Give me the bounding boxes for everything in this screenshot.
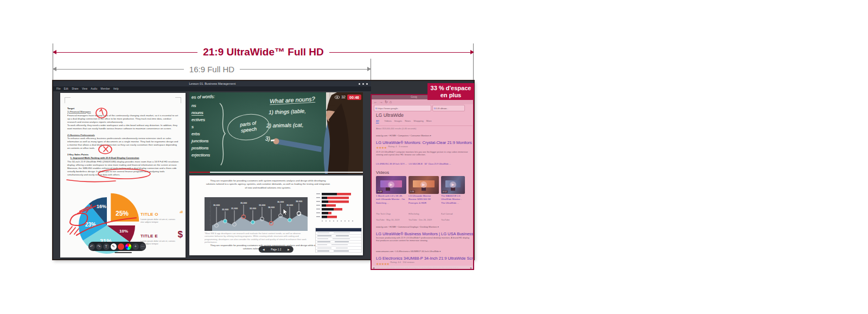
video-channel: Karl Conrad [441,212,465,215]
tab-shopping[interactable]: Shopping [413,120,424,122]
document-page[interactable]: Target 1) Financial Managers Financial m… [60,93,186,258]
tab-images[interactable]: Images [394,120,402,122]
annotation-toolbar[interactable]: ↶ ↷ T ✎ + ⋯ [88,242,146,251]
forward-icon[interactable]: → [379,100,383,104]
board-list-item: junctions [192,139,209,143]
browser-window[interactable]: Goog ← → ↻ ⌂ G https://www.google.. G LG… [371,94,474,270]
play-icon[interactable]: ▶ [420,181,427,188]
videos-section-header: Videos [376,170,473,175]
result-breadcrumb: www.amazon.com › LG-Electronics-34UM88-P… [376,250,473,253]
tab-all[interactable]: All [376,120,379,123]
video-title[interactable]: 1 Month with LG's 5K 49-inch Ultrawide M… [376,194,406,204]
video-title[interactable]: LG Ultrawide Monitor Review 34WL500 W/ F… [409,194,439,204]
menu-view[interactable]: View [82,87,87,90]
window-control-icon[interactable] [359,83,360,85]
video-thumbnail[interactable]: ▶ 6:52 [441,176,465,194]
back-icon[interactable]: ← [374,100,378,104]
menu-edit[interactable]: Edit [64,87,68,90]
add-icon[interactable]: + [132,243,139,250]
video-thumbnail[interactable]: ▶ 5:36 [409,176,439,194]
address-bar[interactable]: G https://www.google.. [374,105,431,111]
more-icon[interactable]: ⋯ [140,243,146,250]
legend-title-e: TITLE E [141,234,158,238]
video-meta: YouTube · Dec 26, 2019 [409,218,439,221]
divider [376,125,473,126]
prev-page-icon[interactable]: ◀ [263,248,265,250]
scroll-left-icon[interactable]: ◂ [373,266,374,269]
result-breadcrumb: www.lg.com › HOME › Computers › Consumer… [376,134,473,137]
tab-more[interactable]: More [426,120,432,122]
pie-label-25: 25% [116,210,129,217]
ultrawide-dimension-line: 21:9 UltraWide™ Full HD [53,48,474,56]
video-channel: HiTechelvg [409,212,439,215]
undo-icon[interactable]: ↶ [88,243,95,250]
doc-section2-title: 2) Business Professionals [67,134,95,136]
board-list-item: erjections [192,153,210,158]
lollipop-chart: 30,00032,00031,000 35,00032,00033,000 34… [205,197,308,231]
video-card[interactable]: ▶ 6:52 The MASSIVE LG UltraWide Monitor … [441,176,465,224]
stacked-bar-chart [315,191,360,223]
scroll-right-icon[interactable]: ▸ [470,266,472,269]
menu-file[interactable]: File [56,87,60,90]
svg-text:35,000: 35,000 [286,204,293,206]
doc-section2-p1: To enhance work efficiency, business pro… [67,137,178,149]
next-page-icon[interactable]: ▶ [288,248,290,250]
video-title[interactable]: The MASSIVE LG UltraWide Monitor - The U… [441,194,465,204]
legend-desc-o: Lorem ipsum dolor sit am et, consec etur… [141,218,180,223]
window-control-icon[interactable] [362,83,364,85]
menu-share[interactable]: Share [72,87,78,90]
menu-bar: FileEditShareViewAudioMemberHelp [53,86,371,91]
window-titlebar[interactable]: Lesson 01. Business Management [53,81,371,86]
video-channel: The Tech Chap [376,212,406,215]
color-swatch-icon[interactable] [118,243,124,250]
menu-help[interactable]: Help [113,87,119,90]
pie-label-23: 23% [85,222,96,228]
viewer-count: 32 [335,95,346,99]
pie-legend-item-o: TITLE O Lorem ipsum dolor sit am et, con… [141,208,183,229]
report-footnote: *Most SW & app developers can research a… [205,232,308,244]
redo-icon[interactable]: ↷ [96,243,103,250]
browser-tab[interactable]: G LG ultraw... [432,105,465,111]
result-link[interactable]: LG UltraWide® Business Monitors | LG USA… [376,231,473,236]
arrow-right-icon [470,50,474,54]
svg-text:30,000: 30,000 [213,204,220,206]
tab-videos[interactable]: Videos [385,120,392,122]
dollar-icon: $ [178,230,183,239]
menu-audio[interactable]: Audio [91,87,97,90]
lesson-video[interactable]: es of words: ns nouns ectives s erbs jun… [189,92,363,174]
play-icon[interactable]: ▶ [388,181,394,188]
video-thumbnail[interactable]: ▶ 8:48 [376,176,406,194]
ultrawide-label: 21:9 UltraWide™ Full HD [197,46,329,58]
fullhd-label: 16:9 Full HD [184,65,240,74]
video-card[interactable]: ▶ 5:36 LG Ultrawide Monitor Review 34WL5… [409,176,439,224]
refresh-icon[interactable]: ↻ [385,100,388,104]
search-result-1: www.lg.com › HOME › Computers › Consumer… [376,134,473,168]
pen-tool-icon[interactable]: ✎ [111,243,117,250]
board-list-item: erbs [192,131,200,136]
page-navigation[interactable]: ◀ Page 1 2 ▶ [259,246,293,253]
home-icon[interactable]: ⌂ [390,100,392,104]
search-query[interactable]: LG UltraWide [376,112,473,118]
video-progress-bar[interactable] [189,172,363,173]
pie-label-10: 10% [119,229,128,234]
window-controls[interactable] [359,83,368,85]
play-icon[interactable]: ▶ [450,181,456,188]
report-page[interactable]: They are responsible for providing custo… [189,175,363,255]
window-control-icon[interactable] [366,83,368,85]
result-link[interactable]: LG UltraWide® Monitors: Crystal-Clear 21… [376,140,473,145]
color-palette-icon[interactable] [125,243,132,250]
horizontal-scrollbar[interactable]: ◂ ▸ [372,266,473,269]
menu-member[interactable]: Member [101,87,110,90]
video-card[interactable]: ▶ 8:48 1 Month with LG's 5K 49-inch Ultr… [376,176,406,224]
tab-news[interactable]: News [405,120,411,122]
browser-tab-label: LG ultraw... [436,107,448,110]
doc-section3-item: 1. Improved Multi-Tasking with 21:9 Dual… [67,157,139,160]
arrow-right-icon [367,67,371,71]
result-sublinks[interactable]: LG 49WL95C-W 49 Inch 32:9 ... · LG 34UC8… [376,162,473,165]
browser-tab-peek: Goog [411,96,417,98]
board-list-item: positions [192,146,209,150]
doc-section1-title: 1) Financial Managers [67,111,91,114]
result-link[interactable]: LG Electronics 34UM88-P 34-Inch 21:9 Ult… [376,256,473,261]
text-tool-icon[interactable]: T [103,243,110,250]
browser-nav-row: ← → ↻ ⌂ [372,99,473,104]
